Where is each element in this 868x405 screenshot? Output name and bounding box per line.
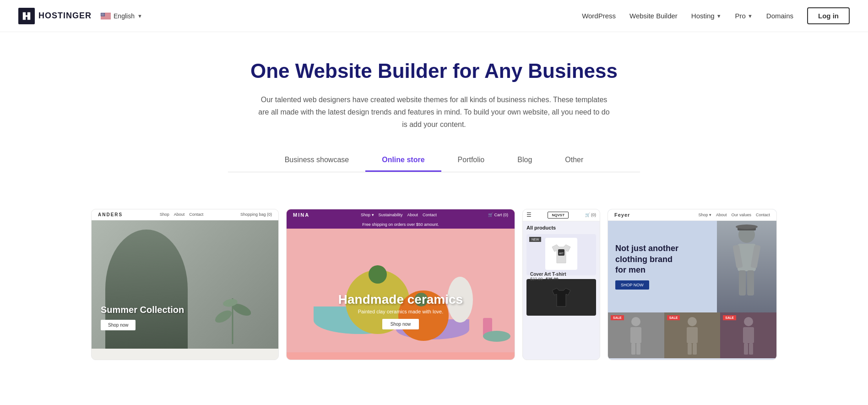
anders-nav-shop: Shop bbox=[160, 212, 169, 217]
svg-point-12 bbox=[104, 13, 104, 13]
mina-nav-about: About bbox=[407, 213, 418, 217]
feyer-hero-title: Not just another clothing brand for men bbox=[615, 243, 710, 275]
svg-point-64 bbox=[744, 317, 753, 326]
logo-svg bbox=[22, 11, 32, 21]
anders-overlay: Summer Collection Shop now bbox=[101, 305, 184, 330]
feyer-hero-right bbox=[717, 221, 776, 312]
anders-hero-image: Summer Collection Shop now bbox=[92, 220, 278, 349]
tab-blog[interactable]: Blog bbox=[501, 149, 548, 172]
svg-point-17 bbox=[104, 14, 104, 14]
mina-cart: 🛒 Cart (0) bbox=[488, 213, 508, 217]
nqvst-product-2[interactable] bbox=[526, 279, 596, 316]
mina-topbar: MINA Shop ▾ Sustainability About Contact… bbox=[287, 209, 515, 220]
nav-hosting[interactable]: Hosting ▼ bbox=[691, 12, 722, 20]
nav-wordpress[interactable]: WordPress bbox=[582, 12, 616, 20]
anders-nav-contact: Contact bbox=[189, 212, 203, 217]
nav-pro[interactable]: Pro ▼ bbox=[735, 12, 753, 20]
anders-topbar: ANDERS Shop About Contact Shopping bag (… bbox=[92, 209, 278, 220]
nav-domains[interactable]: Domains bbox=[766, 12, 793, 20]
mina-nav-sustainability: Sustainability bbox=[379, 213, 403, 217]
feyer-nav-contact: Contact bbox=[756, 213, 770, 217]
svg-point-56 bbox=[631, 317, 640, 326]
anders-plant-decoration bbox=[214, 289, 251, 344]
feyer-sale-item-3[interactable]: SALE bbox=[720, 312, 776, 358]
svg-point-43 bbox=[483, 331, 510, 342]
feyer-hero-left: Not just another clothing brand for men … bbox=[608, 221, 717, 312]
feyer-nav: Shop ▾ About Our values Contact bbox=[698, 213, 770, 217]
template-feyer[interactable]: Feyer Shop ▾ About Our values Contact No… bbox=[608, 209, 777, 360]
svg-point-26 bbox=[103, 15, 103, 16]
svg-point-60 bbox=[688, 317, 697, 326]
svg-point-29 bbox=[214, 308, 233, 325]
svg-point-40 bbox=[369, 265, 387, 284]
svg-rect-53 bbox=[747, 270, 754, 296]
pro-label: Pro bbox=[735, 12, 746, 20]
hosting-label: Hosting bbox=[691, 12, 715, 20]
svg-rect-62 bbox=[688, 343, 692, 355]
feyer-nav-about: About bbox=[716, 213, 727, 217]
category-tabs: Business showcase Online store Portfolio… bbox=[228, 149, 640, 172]
anders-cart: Shopping bag (0) bbox=[240, 212, 272, 217]
anders-model-silhouette bbox=[105, 230, 188, 349]
mina-hero-image: Handmade ceramics Painted clay ceramics … bbox=[287, 229, 515, 352]
svg-point-27 bbox=[104, 15, 104, 16]
feyer-brand: Feyer bbox=[614, 212, 630, 218]
logo[interactable]: HOSTINGER bbox=[18, 8, 92, 24]
anders-nav-about: About bbox=[174, 212, 185, 217]
svg-point-15 bbox=[103, 14, 103, 14]
hero-title: One Website Builder for Any Business bbox=[201, 60, 667, 82]
template-nqvst[interactable]: ☰ NQVST 🛒 (0) All products NEW ART bbox=[522, 209, 600, 360]
svg-point-21 bbox=[103, 14, 103, 15]
mina-nav-shop: Shop ▾ bbox=[361, 213, 374, 217]
mina-shop-now-button[interactable]: Shop now bbox=[382, 319, 419, 329]
svg-marker-47 bbox=[552, 288, 570, 306]
nqvst-tshirt-image: ART bbox=[545, 238, 577, 270]
nqvst-product-name: Cover Art T-shirt bbox=[530, 272, 592, 277]
hero-subtitle: Our talented web designers have created … bbox=[255, 93, 613, 131]
feyer-person-svg bbox=[726, 223, 767, 310]
feyer-shop-button[interactable]: SHOP NOW bbox=[615, 280, 649, 290]
us-flag-icon bbox=[101, 13, 111, 19]
nav-website-builder[interactable]: Website Builder bbox=[629, 12, 678, 20]
nqvst-product-1[interactable]: NEW ART Cover Art T-shirt $27.99 $25.00 bbox=[526, 234, 596, 275]
templates-row: ANDERS Shop About Contact Shopping bag (… bbox=[9, 209, 859, 360]
svg-point-19 bbox=[102, 14, 102, 15]
tab-online-store[interactable]: Online store bbox=[365, 149, 441, 172]
svg-rect-63 bbox=[693, 343, 697, 355]
svg-point-18 bbox=[101, 14, 102, 15]
feyer-nav-shop: Shop ▾ bbox=[698, 213, 711, 217]
tab-business-showcase[interactable]: Business showcase bbox=[268, 149, 366, 172]
nqvst-product-price: $27.99 $25.00 bbox=[530, 277, 592, 281]
feyer-sale-item-1[interactable]: SALE bbox=[608, 312, 664, 358]
feyer-sale-badge-3: SALE bbox=[723, 315, 736, 320]
feyer-sale-badge-2: SALE bbox=[667, 315, 680, 320]
svg-rect-66 bbox=[744, 343, 748, 355]
svg-point-16 bbox=[103, 14, 103, 14]
anders-brand: ANDERS bbox=[98, 212, 123, 217]
anders-shop-now-button[interactable]: Shop now bbox=[101, 320, 136, 330]
hosting-chevron-icon: ▼ bbox=[716, 13, 722, 19]
template-mina[interactable]: MINA Shop ▾ Sustainability About Contact… bbox=[286, 209, 515, 360]
tab-portfolio[interactable]: Portfolio bbox=[441, 149, 501, 172]
language-selector[interactable]: English ▼ bbox=[101, 12, 142, 20]
language-chevron-icon: ▼ bbox=[137, 13, 142, 19]
nav-right: WordPress Website Builder Hosting ▼ Pro … bbox=[582, 7, 850, 24]
feyer-sale-row: SALE SALE bbox=[608, 312, 776, 358]
mina-hero-title: Handmade ceramics bbox=[287, 292, 515, 307]
tab-other[interactable]: Other bbox=[548, 149, 600, 172]
svg-point-55 bbox=[736, 224, 758, 229]
feyer-line3: for men bbox=[615, 265, 646, 274]
nqvst-price-old: $27.99 bbox=[530, 277, 543, 281]
logo-icon bbox=[18, 8, 35, 24]
feyer-sale-item-2[interactable]: SALE bbox=[664, 312, 721, 358]
login-button[interactable]: Log in bbox=[807, 7, 850, 24]
svg-point-22 bbox=[104, 14, 104, 15]
templates-section: ANDERS Shop About Contact Shopping bag (… bbox=[0, 209, 868, 378]
mina-promo-bar: Free shipping on orders over $50 amount. bbox=[287, 220, 515, 229]
svg-point-25 bbox=[103, 15, 103, 16]
feyer-model-image bbox=[717, 221, 776, 312]
feyer-nav-values: Our values bbox=[731, 213, 751, 217]
svg-point-10 bbox=[103, 13, 103, 13]
template-anders[interactable]: ANDERS Shop About Contact Shopping bag (… bbox=[91, 209, 279, 360]
navbar: HOSTINGER bbox=[0, 0, 868, 32]
